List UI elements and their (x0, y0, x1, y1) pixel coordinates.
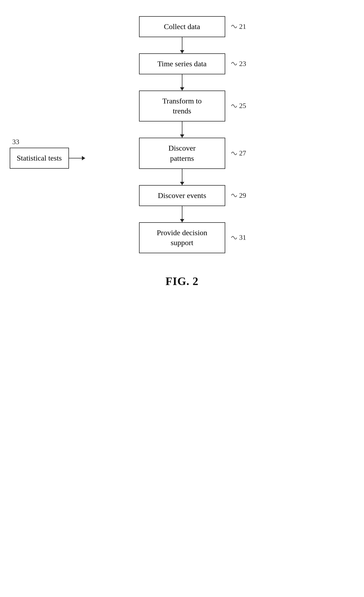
transform-row: Transform totrends 25 (88, 91, 276, 122)
fig-label: FIG. 2 (165, 275, 199, 288)
arrow-1 (182, 37, 182, 53)
statistical-tests-container: 33 Statistical tests (10, 138, 85, 169)
provide-decision-label: Provide decisionsupport (157, 228, 207, 247)
time-series-ref-container: 23 (230, 59, 246, 68)
statistical-tests-ref: 33 (12, 138, 19, 146)
provide-decision-ref-container: 31 (230, 233, 246, 242)
time-series-row: Time series data 23 (88, 53, 276, 74)
transform-ref-container: 25 (230, 101, 246, 111)
flowchart-diagram: Collect data 21 Time series data 23 (88, 16, 276, 288)
provide-decision-row: Provide decisionsupport 31 (88, 222, 276, 254)
statistical-tests-label: Statistical tests (17, 154, 62, 162)
provide-decision-box: Provide decisionsupport 31 (139, 222, 225, 254)
discover-events-ref-container: 29 (230, 191, 246, 200)
discover-patterns-label: Discoverpatterns (168, 144, 196, 162)
discover-events-row: Discover events 29 (88, 185, 276, 206)
arrow-2 (182, 74, 182, 91)
time-series-box: Time series data 23 (139, 53, 225, 74)
arrow-5 (182, 206, 182, 222)
collect-data-ref: 21 (239, 22, 246, 31)
time-series-ref: 23 (239, 59, 246, 68)
arrow-4 (182, 169, 182, 185)
discover-patterns-ref: 27 (239, 148, 246, 158)
transform-box: Transform totrends 25 (139, 91, 225, 122)
discover-events-box: Discover events 29 (139, 185, 225, 206)
curve-icon (230, 23, 238, 31)
statistical-tests-with-arrow: Statistical tests (10, 148, 85, 169)
discover-events-ref: 29 (239, 191, 246, 200)
transform-ref: 25 (239, 101, 246, 111)
time-series-label: Time series data (157, 60, 207, 68)
discover-events-label: Discover events (158, 191, 206, 200)
collect-data-label: Collect data (164, 22, 200, 31)
curve-icon-2 (230, 60, 238, 68)
collect-data-box: Collect data 21 (139, 16, 225, 37)
transform-label: Transform totrends (162, 97, 202, 115)
curve-icon-6 (230, 234, 238, 242)
collect-data-ref-container: 21 (230, 22, 246, 31)
discover-patterns-ref-container: 27 (230, 148, 246, 158)
collect-data-row: Collect data 21 (88, 16, 276, 37)
arrow-3 (182, 122, 182, 138)
discover-patterns-box: Discoverpatterns 27 (139, 138, 225, 169)
side-arrow-line (69, 158, 85, 158)
statistical-tests-box: Statistical tests (10, 148, 69, 169)
curve-icon-4 (230, 149, 238, 157)
provide-decision-ref: 31 (239, 233, 246, 242)
curve-icon-3 (230, 102, 238, 110)
curve-icon-5 (230, 192, 238, 200)
discover-patterns-row: 33 Statistical tests Discoverpatterns 27 (88, 138, 276, 169)
